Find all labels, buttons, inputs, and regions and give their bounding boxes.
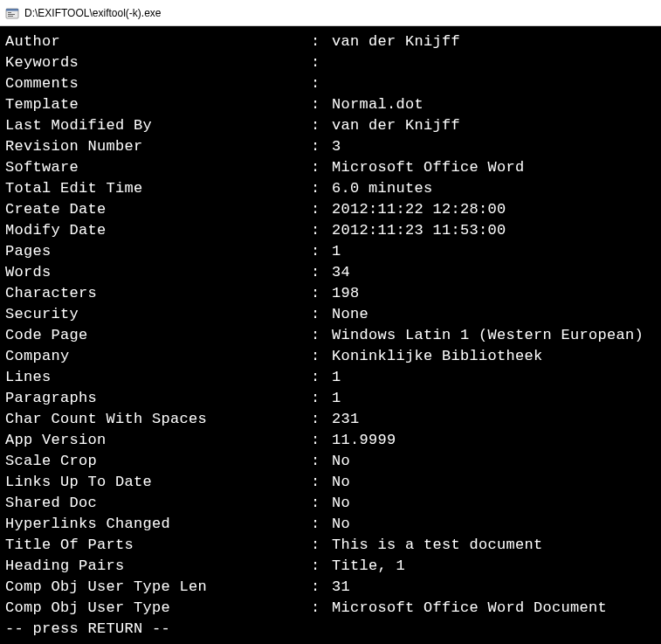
metadata-key: Software [5,157,311,178]
metadata-value: This is a test document [332,535,656,556]
metadata-row: Comp Obj User Type Len: 31 [5,577,656,598]
colon-separator: : [311,94,332,115]
window-titlebar[interactable]: D:\EXIFTOOL\exiftool(-k).exe [0,0,661,26]
metadata-key: Shared Doc [5,493,311,514]
metadata-value: No [332,514,656,535]
svg-rect-2 [8,12,11,13]
svg-rect-1 [6,9,18,11]
metadata-key: Links Up To Date [5,472,311,493]
metadata-row: Shared Doc: No [5,493,656,514]
svg-rect-3 [8,14,15,15]
press-return-prompt: -- press RETURN -- [5,619,656,640]
metadata-value: Title, 1 [332,556,656,577]
metadata-row: Keywords: [5,52,656,73]
window-title: D:\EXIFTOOL\exiftool(-k).exe [24,7,162,19]
metadata-key: Create Date [5,199,311,220]
metadata-value: 6.0 minutes [332,178,656,199]
metadata-key: Comments [5,73,311,94]
metadata-key: Comp Obj User Type [5,598,311,619]
metadata-row: Pages: 1 [5,241,656,262]
metadata-value: van der Knijff [332,115,656,136]
metadata-row: Template: Normal.dot [5,94,656,115]
colon-separator: : [311,136,332,157]
colon-separator: : [311,409,332,430]
metadata-row: Modify Date: 2012:11:23 11:53:00 [5,220,656,241]
metadata-row: Scale Crop: No [5,451,656,472]
colon-separator: : [311,367,332,388]
colon-separator: : [311,451,332,472]
colon-separator: : [311,598,332,619]
colon-separator: : [311,199,332,220]
metadata-value: 34 [332,262,656,283]
colon-separator: : [311,52,332,73]
metadata-row: Title Of Parts: This is a test document [5,535,656,556]
metadata-row: Revision Number: 3 [5,136,656,157]
colon-separator: : [311,283,332,304]
metadata-value: 1 [332,388,656,409]
metadata-value: 2012:11:23 11:53:00 [332,220,656,241]
metadata-key: Comp Obj User Type Len [5,577,311,598]
metadata-row: Company: Koninklijke Bibliotheek [5,346,656,367]
metadata-value: 1 [332,367,656,388]
metadata-row: Hyperlinks Changed: No [5,514,656,535]
colon-separator: : [311,556,332,577]
metadata-key: Company [5,346,311,367]
metadata-row: Comp Obj User Type: Microsoft Office Wor… [5,598,656,619]
metadata-key: Revision Number [5,136,311,157]
metadata-row: Total Edit Time: 6.0 minutes [5,178,656,199]
colon-separator: : [311,220,332,241]
metadata-key: Code Page [5,325,311,346]
terminal-output[interactable]: Author: van der KnijffKeywords: Comments… [0,26,661,644]
metadata-value: Windows Latin 1 (Western European) [332,325,656,346]
metadata-value: 198 [332,283,656,304]
metadata-value: 1 [332,241,656,262]
colon-separator: : [311,430,332,451]
colon-separator: : [311,535,332,556]
colon-separator: : [311,325,332,346]
metadata-value [332,73,656,94]
metadata-key: Template [5,94,311,115]
metadata-key: Characters [5,283,311,304]
colon-separator: : [311,31,332,52]
metadata-row: Author: van der Knijff [5,31,656,52]
metadata-key: Modify Date [5,220,311,241]
colon-separator: : [311,346,332,367]
metadata-key: Words [5,262,311,283]
metadata-row: Code Page: Windows Latin 1 (Western Euro… [5,325,656,346]
app-icon [5,6,19,20]
metadata-key: Pages [5,241,311,262]
metadata-row: Comments: [5,73,656,94]
metadata-key: Keywords [5,52,311,73]
metadata-value: 31 [332,577,656,598]
metadata-row: Create Date: 2012:11:22 12:28:00 [5,199,656,220]
metadata-row: Security: None [5,304,656,325]
metadata-row: Links Up To Date: No [5,472,656,493]
metadata-key: Char Count With Spaces [5,409,311,430]
metadata-key: Author [5,31,311,52]
colon-separator: : [311,157,332,178]
colon-separator: : [311,262,332,283]
metadata-value: None [332,304,656,325]
svg-rect-4 [8,16,13,17]
colon-separator: : [311,241,332,262]
metadata-value [332,52,656,73]
metadata-key: Hyperlinks Changed [5,514,311,535]
metadata-value: No [332,451,656,472]
metadata-value: No [332,472,656,493]
metadata-value: 11.9999 [332,430,656,451]
metadata-row: App Version: 11.9999 [5,430,656,451]
metadata-key: Paragraphs [5,388,311,409]
metadata-row: Words: 34 [5,262,656,283]
metadata-value: Koninklijke Bibliotheek [332,346,656,367]
metadata-key: App Version [5,430,311,451]
metadata-row: Characters: 198 [5,283,656,304]
metadata-key: Heading Pairs [5,556,311,577]
colon-separator: : [311,514,332,535]
metadata-key: Lines [5,367,311,388]
colon-separator: : [311,304,332,325]
metadata-key: Scale Crop [5,451,311,472]
colon-separator: : [311,472,332,493]
metadata-value: 3 [332,136,656,157]
metadata-value: van der Knijff [332,31,656,52]
metadata-value: 2012:11:22 12:28:00 [332,199,656,220]
